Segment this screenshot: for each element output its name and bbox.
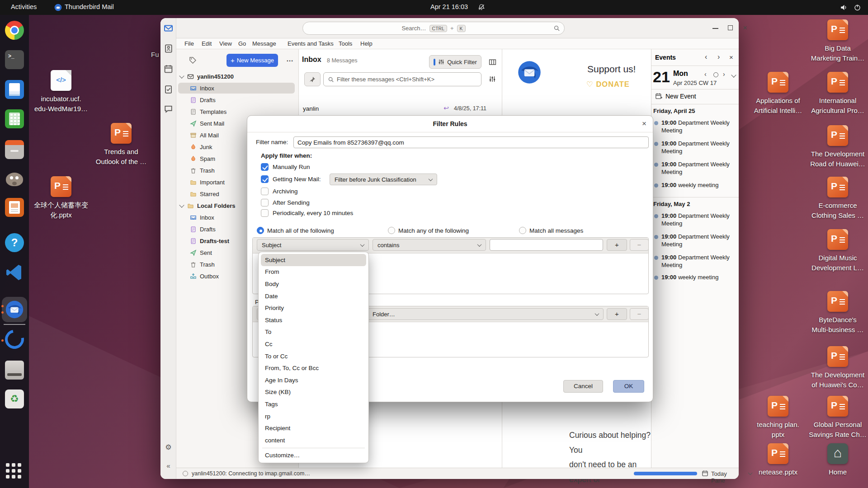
getting-new-mail-checkbox[interactable] bbox=[261, 175, 269, 183]
periodically-checkbox[interactable] bbox=[261, 209, 269, 217]
condition-op-dropdown[interactable]: contains bbox=[373, 239, 486, 251]
donate-link[interactable]: ♡ DONATE bbox=[586, 80, 630, 89]
remove-condition-button[interactable]: − bbox=[630, 239, 649, 251]
remove-action-button[interactable]: − bbox=[630, 308, 649, 320]
trash-icon[interactable]: ♻ bbox=[5, 389, 24, 408]
help-icon[interactable]: ? bbox=[5, 233, 24, 252]
manually-run-checkbox[interactable] bbox=[261, 163, 269, 171]
dialog-close-icon[interactable]: × bbox=[642, 119, 646, 128]
desktop-icon-global-savings[interactable]: Global PersonalSavings Rate Ch… bbox=[806, 396, 868, 440]
chrome-icon[interactable] bbox=[5, 21, 24, 40]
menu-edit[interactable]: Edit bbox=[202, 40, 212, 47]
app-menu-icon[interactable] bbox=[695, 23, 705, 33]
desktop-icon-teaching-plan[interactable]: teaching plan.pptx bbox=[746, 396, 810, 440]
thunderbird-icon[interactable] bbox=[5, 300, 24, 319]
filter-messages-input[interactable]: Filter these messages <Ctrl+Shift+K> bbox=[323, 72, 481, 86]
collapse-chevron-icon[interactable] bbox=[731, 72, 736, 77]
add-action-button[interactable]: + bbox=[607, 308, 627, 320]
folder-inbox[interactable]: Inbox bbox=[178, 83, 295, 94]
next-day-icon[interactable]: › bbox=[717, 53, 720, 61]
condition-field-dropdown[interactable]: Subject bbox=[257, 239, 369, 251]
files-icon[interactable] bbox=[5, 140, 24, 159]
terminal-icon[interactable]: >_ bbox=[5, 50, 24, 69]
menu-item-size[interactable]: Size (KB) bbox=[259, 386, 368, 399]
folder-drafts[interactable]: Drafts bbox=[178, 94, 295, 105]
event-item[interactable]: 19:00 Department Weekly Meeting bbox=[654, 119, 730, 134]
event-item[interactable]: 19:00 weekly meeting bbox=[654, 181, 730, 189]
chevron-down-icon[interactable] bbox=[179, 73, 184, 78]
menu-item-rp[interactable]: rp bbox=[259, 410, 368, 422]
desktop-icon-digital-music[interactable]: Digital MusicDevelopment L… bbox=[806, 229, 868, 273]
ok-button[interactable]: OK bbox=[613, 380, 644, 393]
menu-events-tasks[interactable]: Events and Tasks bbox=[288, 40, 334, 47]
mini-next-icon[interactable]: › bbox=[723, 70, 725, 78]
desktop-icon-bytedance[interactable]: ByteDance'sMulti-business … bbox=[806, 291, 868, 335]
menu-item-date[interactable]: Date bbox=[259, 290, 368, 302]
filter-sliders-icon[interactable] bbox=[489, 75, 496, 83]
menu-item-to-or-cc[interactable]: To or Cc bbox=[259, 350, 368, 362]
menu-item-from-to-cc-bcc[interactable]: From, To, Cc or Bcc bbox=[259, 362, 368, 374]
disks-icon[interactable] bbox=[5, 361, 24, 380]
power-icon[interactable] bbox=[854, 4, 861, 11]
menu-tools[interactable]: Tools bbox=[339, 40, 352, 47]
desktop-icon-dev-road-huawei[interactable]: The DevelopmentRoad of Huawei… bbox=[806, 125, 868, 169]
menu-item-recipient[interactable]: Recipient bbox=[259, 422, 368, 434]
volume-icon[interactable] bbox=[840, 4, 848, 11]
event-item[interactable]: 19:00 Department Weekly Meeting bbox=[654, 212, 730, 227]
menu-item-subject[interactable]: Subject bbox=[261, 254, 366, 266]
menu-item-status[interactable]: Status bbox=[259, 314, 368, 326]
new-message-button[interactable]: + New Message bbox=[226, 54, 278, 67]
match-all-messages-radio[interactable] bbox=[519, 227, 526, 234]
chat-space-icon[interactable] bbox=[164, 104, 173, 114]
match-all-radio[interactable] bbox=[257, 227, 264, 234]
new-event-button[interactable]: New Event bbox=[665, 93, 696, 100]
menu-item-body[interactable]: Body bbox=[259, 278, 368, 290]
global-search-input[interactable]: Search… CTRL + K bbox=[302, 22, 565, 35]
cancel-button[interactable]: Cancel bbox=[563, 380, 603, 393]
menu-item-cc[interactable]: Cc bbox=[259, 338, 368, 350]
event-item[interactable]: 19:00 Department Weekly Meeting bbox=[654, 253, 730, 269]
desktop-icon-ecommerce[interactable]: E-commerceClothing Sales … bbox=[806, 177, 868, 221]
menu-item-tags[interactable]: Tags bbox=[259, 398, 368, 410]
settings-gear-icon[interactable]: ⚙ bbox=[164, 443, 173, 452]
event-item[interactable]: 19:00 Department Weekly Meeting bbox=[654, 140, 730, 155]
after-sending-checkbox[interactable] bbox=[261, 199, 269, 206]
libreoffice-writer-icon[interactable] bbox=[5, 80, 24, 99]
calendar-space-icon[interactable] bbox=[164, 64, 173, 74]
account-row[interactable]: yanlin451200 bbox=[178, 71, 295, 82]
mini-prev-icon[interactable]: ‹ bbox=[704, 70, 707, 78]
activities-button[interactable]: Activities bbox=[11, 3, 37, 10]
prev-day-icon[interactable]: ‹ bbox=[705, 53, 707, 61]
today-pane-toggle[interactable]: Today Pane bbox=[711, 470, 739, 484]
action-folder-dropdown[interactable]: Folder… bbox=[368, 308, 604, 320]
desktop-icon-trends[interactable]: Trends andOutlook of the … bbox=[90, 123, 153, 167]
minimize-button[interactable] bbox=[712, 23, 722, 33]
desktop-icon-incubator[interactable]: incubator.ucf.edu-WedMar19… bbox=[29, 70, 93, 114]
quick-filter-button[interactable]: Quick Filter bbox=[429, 55, 481, 69]
menu-help[interactable]: Help bbox=[360, 40, 373, 47]
app-grid-icon[interactable] bbox=[5, 462, 24, 481]
menu-item-customize[interactable]: Customize… bbox=[259, 450, 368, 462]
menu-item-priority[interactable]: Priority bbox=[259, 302, 368, 314]
desktop-icon-big-data[interactable]: Big DataMarketing Train… bbox=[806, 19, 868, 63]
libreoffice-calc-icon[interactable] bbox=[5, 109, 24, 128]
desktop-icon-netease[interactable]: netease.pptx bbox=[746, 443, 810, 477]
menu-item-from[interactable]: From bbox=[259, 266, 368, 278]
menu-item-content[interactable]: content bbox=[259, 434, 368, 446]
pin-filter-button[interactable] bbox=[304, 72, 321, 86]
tag-icon[interactable] bbox=[189, 56, 196, 64]
today-circle-icon[interactable] bbox=[713, 72, 718, 77]
menu-go[interactable]: Go bbox=[238, 40, 246, 47]
add-condition-button[interactable]: + bbox=[607, 239, 627, 251]
collapse-rail-icon[interactable]: « bbox=[164, 462, 173, 471]
addressbook-space-icon[interactable] bbox=[164, 44, 173, 53]
focused-app-name[interactable]: Thunderbird Mail bbox=[65, 3, 114, 10]
maximize-button[interactable] bbox=[728, 23, 738, 33]
vscode-icon[interactable] bbox=[5, 263, 24, 282]
clock[interactable]: Apr 21 16:03 bbox=[430, 3, 468, 10]
chevron-down-icon[interactable] bbox=[179, 202, 184, 207]
menu-item-to[interactable]: To bbox=[259, 326, 368, 338]
desktop-icon-applications-ai[interactable]: Applications ofArtificial Intelli… bbox=[746, 72, 810, 116]
archiving-checkbox[interactable] bbox=[261, 188, 269, 195]
folder-pane-more-icon[interactable]: … bbox=[286, 55, 294, 63]
